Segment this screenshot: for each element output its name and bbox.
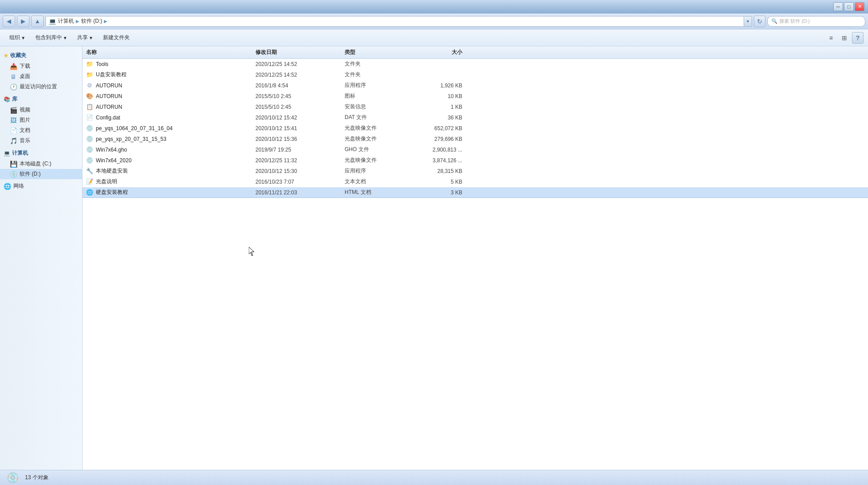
column-name[interactable]: 名称	[86, 49, 255, 56]
file-type: 应用程序	[345, 167, 411, 175]
sidebar-item-desktop[interactable]: 🖥 桌面	[0, 71, 82, 82]
column-date[interactable]: 修改日期	[255, 49, 345, 56]
sidebar-item-disk-c[interactable]: 💾 本地磁盘 (C:)	[0, 159, 82, 169]
file-type: 应用程序	[345, 82, 411, 89]
table-row[interactable]: 📁 Tools 2020/12/25 14:52 文件夹	[82, 59, 868, 70]
table-row[interactable]: 💿 pe_yqs_xp_20_07_31_15_53 2020/10/12 15…	[82, 134, 868, 144]
table-row[interactable]: 💿 Win7x64_2020 2020/12/25 11:32 光盘映像文件 3…	[82, 155, 868, 166]
sidebar-item-download[interactable]: 📥 下载	[0, 61, 82, 71]
file-name: AUTORUN	[96, 104, 122, 110]
file-size: 1,926 KB	[411, 82, 469, 89]
file-date: 2020/10/12 15:42	[255, 115, 345, 121]
table-row[interactable]: 📁 U盘安装教程 2020/12/25 14:52 文件夹	[82, 70, 868, 80]
file-name: AUTORUN	[96, 82, 122, 89]
file-icon: ⚙	[86, 82, 93, 89]
file-icon: 💿	[86, 157, 93, 164]
close-button[interactable]: ✕	[855, 2, 864, 11]
minimize-button[interactable]: ─	[833, 2, 843, 11]
column-size[interactable]: 大小	[411, 49, 469, 56]
breadcrumb-software[interactable]: 软件 (D:)	[81, 17, 102, 25]
breadcrumb-computer[interactable]: 计算机	[58, 17, 74, 25]
status-icon: 💿	[5, 471, 20, 485]
file-type: 安装信息	[345, 103, 411, 111]
file-name: Win7x64.gho	[96, 147, 127, 153]
search-icon: 🔍	[771, 18, 777, 24]
file-name: Tools	[96, 61, 108, 67]
file-date: 2019/9/7 19:25	[255, 147, 345, 153]
table-row[interactable]: 💿 pe_yqs_1064_20_07_31_16_04 2020/10/12 …	[82, 123, 868, 134]
file-date: 2016/1/8 4:54	[255, 82, 345, 89]
disk-d-icon: 💿	[10, 171, 17, 178]
file-name: 光盘说明	[96, 178, 117, 185]
sidebar-item-network[interactable]: 🌐 网络	[0, 181, 82, 191]
back-button[interactable]: ◀	[3, 16, 15, 27]
computer-header[interactable]: 💻 计算机	[0, 148, 82, 159]
organize-arrow: ▾	[22, 35, 25, 41]
window-controls: ─ □ ✕	[833, 2, 864, 11]
forward-button[interactable]: ▶	[17, 16, 29, 27]
file-type: 文本文档	[345, 178, 411, 185]
table-row[interactable]: ⚙ AUTORUN 2016/1/8 4:54 应用程序 1,926 KB	[82, 80, 868, 91]
file-type: GHO 文件	[345, 146, 411, 153]
computer-icon: 💻	[4, 150, 10, 156]
breadcrumb[interactable]: 💻 计算机 ▶ 软件 (D:) ▶	[45, 16, 744, 27]
view-options-button[interactable]: ≡	[825, 32, 837, 44]
file-size: 3 KB	[411, 189, 469, 196]
column-headers[interactable]: 名称 修改日期 类型 大小	[82, 46, 868, 59]
file-name: Win7x64_2020	[96, 157, 132, 164]
sidebar: ★ 收藏夹 📥 下载 🖥 桌面 🕐 最近访问的位置 📚 库 �	[0, 46, 82, 470]
file-type: 文件夹	[345, 71, 411, 78]
sidebar-item-disk-d[interactable]: 💿 软件 (D:)	[0, 169, 82, 179]
table-row[interactable]: 🔧 本地硬盘安装 2020/10/12 15:30 应用程序 28,315 KB	[82, 166, 868, 177]
file-date: 2016/11/21 22:03	[255, 189, 345, 196]
file-date: 2020/12/25 14:52	[255, 61, 345, 67]
file-area: 名称 修改日期 类型 大小 📁 Tools 2020/12/25 14:52 文…	[82, 46, 868, 470]
maximize-button[interactable]: □	[844, 2, 854, 11]
sidebar-item-music[interactable]: 🎵 音乐	[0, 136, 82, 146]
include-library-button[interactable]: 包含到库中 ▾	[30, 31, 71, 45]
up-button[interactable]: ▲	[31, 16, 44, 27]
file-icon: 📁	[86, 71, 93, 78]
library-icon: 📚	[4, 96, 10, 103]
table-row[interactable]: 🌐 硬盘安装教程 2016/11/21 22:03 HTML 文档 3 KB	[82, 187, 868, 198]
sidebar-item-doc[interactable]: 📄 文档	[0, 125, 82, 136]
address-dropdown-button[interactable]: ▼	[744, 16, 752, 27]
table-row[interactable]: 📋 AUTORUN 2015/5/10 2:45 安装信息 1 KB	[82, 102, 868, 112]
table-row[interactable]: 📄 Config.dat 2020/10/12 15:42 DAT 文件 36 …	[82, 112, 868, 123]
organize-button[interactable]: 组织 ▾	[4, 31, 29, 45]
sidebar-item-recent[interactable]: 🕐 最近访问的位置	[0, 82, 82, 92]
table-row[interactable]: 🎨 AUTORUN 2015/5/10 2:45 图标 10 KB	[82, 91, 868, 102]
table-row[interactable]: 💿 Win7x64.gho 2019/9/7 19:25 GHO 文件 2,90…	[82, 144, 868, 155]
sidebar-item-video[interactable]: 🎬 视频	[0, 105, 82, 115]
download-icon: 📥	[10, 63, 17, 70]
file-size: 652,072 KB	[411, 125, 469, 132]
file-type: HTML 文档	[345, 189, 411, 196]
share-button[interactable]: 共享 ▾	[72, 31, 97, 45]
file-size: 28,315 KB	[411, 168, 469, 174]
file-size: 5 KB	[411, 179, 469, 185]
file-date: 2020/10/12 15:41	[255, 125, 345, 132]
sidebar-item-image[interactable]: 🖼 图片	[0, 115, 82, 125]
library-label: 库	[12, 95, 17, 103]
file-icon: 📋	[86, 103, 93, 111]
refresh-button[interactable]: ↻	[754, 16, 765, 27]
file-date: 2020/12/25 14:52	[255, 72, 345, 78]
image-icon: 🖼	[10, 117, 17, 124]
file-size: 10 KB	[411, 93, 469, 99]
library-header[interactable]: 📚 库	[0, 94, 82, 105]
status-text: 13 个对象	[25, 474, 49, 481]
doc-label: 文档	[20, 127, 30, 134]
status-bar: 💿 13 个对象	[0, 470, 868, 485]
file-size: 1 KB	[411, 104, 469, 110]
table-row[interactable]: 📝 光盘说明 2016/10/23 7:07 文本文档 5 KB	[82, 177, 868, 187]
file-type: 光盘映像文件	[345, 156, 411, 164]
view-toggle-button[interactable]: ⊞	[839, 32, 850, 44]
column-type[interactable]: 类型	[345, 49, 411, 56]
network-section: 🌐 网络	[0, 181, 82, 191]
disk-d-label: 软件 (D:)	[20, 170, 41, 178]
new-folder-button[interactable]: 新建文件夹	[98, 31, 135, 45]
doc-icon: 📄	[10, 127, 17, 134]
favorites-header[interactable]: ★ 收藏夹	[0, 50, 82, 61]
search-bar[interactable]: 🔍 搜索 软件 (D:)	[767, 16, 865, 27]
help-button[interactable]: ?	[852, 32, 864, 44]
